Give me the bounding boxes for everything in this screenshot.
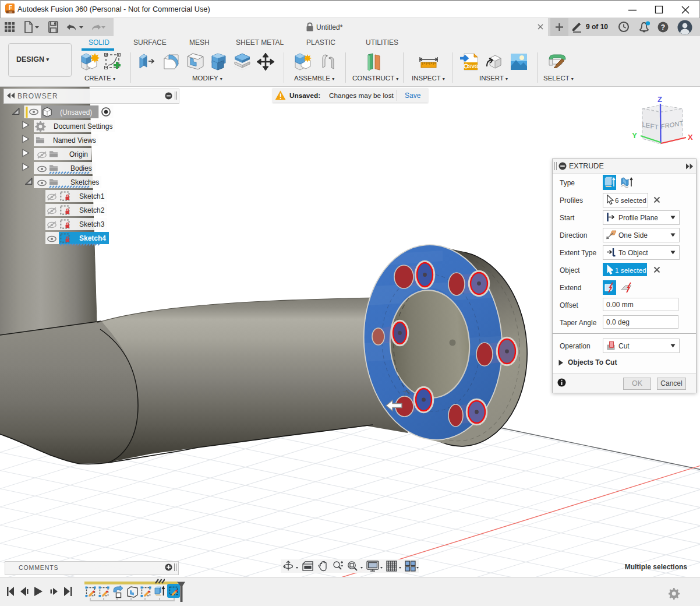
svg-text:Sketch4: Sketch4: [79, 234, 106, 242]
svg-text:Document Settings: Document Settings: [54, 122, 112, 131]
svg-text:Origin: Origin: [69, 150, 88, 158]
svg-text:Sketch3: Sketch3: [79, 220, 105, 228]
svg-text:360: 360: [9, 11, 12, 13]
svg-text:X: X: [688, 133, 693, 142]
svg-text:Bodies: Bodies: [70, 164, 92, 172]
svg-text:Z: Z: [657, 95, 662, 104]
svg-text:Sketch1: Sketch1: [79, 192, 105, 200]
svg-text:Named Views: Named Views: [53, 136, 96, 145]
svg-text:SVG: SVG: [468, 64, 479, 69]
svg-text:Sketch2: Sketch2: [79, 206, 105, 214]
svg-text:?: ?: [661, 23, 665, 31]
svg-text:Y: Y: [632, 131, 637, 140]
svg-text:(Unsaved): (Unsaved): [60, 108, 92, 117]
svg-text:F: F: [9, 5, 12, 11]
svg-text:Sketches: Sketches: [70, 178, 99, 186]
